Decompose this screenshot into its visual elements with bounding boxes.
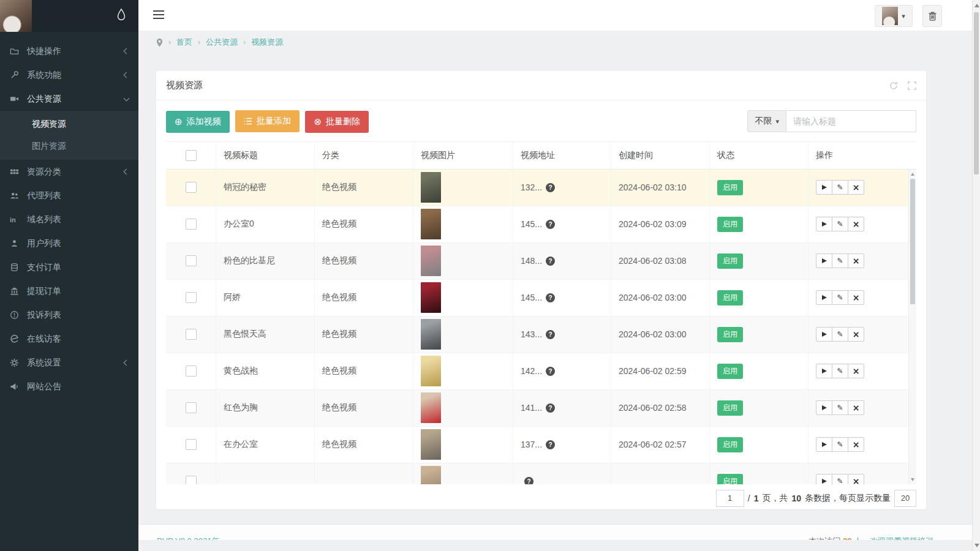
edit-button[interactable]: ✎ [832, 217, 848, 231]
delete-button[interactable]: × [848, 364, 864, 378]
sidebar-item-quick-actions[interactable]: 快捷操作 [0, 39, 138, 63]
breadcrumb-public-resources[interactable]: 公共资源 [206, 37, 238, 48]
edit-button[interactable]: ✎ [832, 253, 848, 268]
breadcrumb-video-resources[interactable]: 视频资源 [251, 37, 283, 48]
question-circle-icon[interactable]: ? [546, 220, 555, 229]
play-button[interactable] [816, 253, 832, 268]
scroll-down-arrow-icon[interactable] [974, 544, 979, 547]
play-button[interactable] [816, 290, 832, 305]
delete-button[interactable]: × [848, 437, 864, 452]
scroll-down-arrow-icon[interactable] [911, 478, 914, 481]
sidebar-item-payment-orders[interactable]: 支付订单 [0, 255, 138, 279]
delete-button[interactable]: × [848, 253, 864, 268]
sidebar-item-public-resources[interactable]: 公共资源 [0, 87, 138, 111]
question-circle-icon[interactable]: ? [546, 403, 555, 413]
play-icon [822, 332, 827, 337]
question-circle-icon[interactable]: ? [546, 440, 555, 449]
row-checkbox[interactable] [186, 476, 197, 484]
question-circle-icon[interactable]: ? [524, 477, 533, 484]
breadcrumb-home[interactable]: 首页 [176, 37, 192, 48]
question-circle-icon[interactable]: ? [546, 257, 555, 266]
video-thumbnail[interactable] [421, 429, 441, 460]
question-circle-icon[interactable]: ? [546, 367, 555, 376]
add-video-button[interactable]: ⊕ 添加视频 [166, 111, 230, 133]
delete-button[interactable]: × [848, 474, 864, 484]
refresh-icon[interactable] [889, 81, 898, 90]
column-header-image: 视频图片 [413, 142, 513, 169]
play-button[interactable] [816, 217, 832, 231]
row-checkbox[interactable] [186, 329, 197, 340]
question-circle-icon[interactable]: ? [546, 330, 555, 339]
edit-button[interactable]: ✎ [832, 437, 848, 452]
expand-icon[interactable] [908, 81, 916, 90]
edit-button[interactable]: ✎ [832, 180, 848, 195]
sidebar-item-online-visitors[interactable]: 在线访客 [0, 327, 138, 351]
caret-down-icon: ▾ [902, 12, 905, 20]
trash-button[interactable] [922, 5, 942, 27]
delete-button[interactable]: × [848, 180, 864, 195]
select-all-checkbox[interactable] [186, 150, 197, 161]
video-thumbnail[interactable] [421, 392, 441, 423]
row-checkbox[interactable] [186, 402, 197, 413]
batch-add-label: 批量添加 [257, 116, 291, 127]
batch-add-button[interactable]: 批量添加 [235, 110, 300, 132]
question-circle-icon[interactable]: ? [546, 293, 555, 302]
video-thumbnail[interactable] [421, 172, 441, 203]
sidebar-item-system-settings[interactable]: 系统设置 [0, 351, 138, 375]
video-thumbnail[interactable] [421, 246, 441, 276]
video-thumbnail[interactable] [421, 466, 441, 484]
sidebar-item-system-functions[interactable]: 系统功能 [0, 63, 138, 87]
sidebar-item-complaint-list[interactable]: 投诉列表 [0, 303, 138, 327]
play-button[interactable] [816, 180, 832, 195]
sidebar-item-image-resources[interactable]: 图片资源 [0, 135, 138, 157]
edit-button[interactable]: ✎ [832, 474, 848, 484]
sidebar-item-site-announcements[interactable]: 网站公告 [0, 375, 138, 399]
play-button[interactable] [816, 327, 832, 342]
scroll-up-arrow-icon[interactable] [974, 4, 979, 7]
play-button[interactable] [816, 400, 832, 415]
sidebar-item-video-resources[interactable]: 视频资源 [0, 113, 138, 135]
table-row: 阿娇 绝色视频 145... ? 2024-06-02 03:00 启用 [166, 280, 916, 317]
video-thumbnail[interactable] [421, 282, 441, 313]
batch-delete-button[interactable]: ⊗ 批量删除 [305, 111, 369, 133]
video-thumbnail[interactable] [421, 319, 441, 350]
row-checkbox[interactable] [186, 292, 197, 303]
video-thumbnail[interactable] [421, 356, 441, 386]
row-checkbox[interactable] [186, 182, 197, 193]
sidebar-item-agent-list[interactable]: 代理列表 [0, 184, 138, 208]
per-page-input[interactable] [894, 490, 916, 507]
delete-button[interactable]: × [848, 290, 864, 305]
row-checkbox[interactable] [186, 439, 197, 450]
table-scrollbar[interactable] [908, 170, 916, 484]
scroll-up-arrow-icon[interactable] [911, 173, 914, 176]
row-checkbox[interactable] [186, 219, 197, 230]
video-thumbnail[interactable] [421, 209, 441, 239]
sidebar-item-user-list[interactable]: 用户列表 [0, 231, 138, 255]
page-scrollbar-thumb[interactable] [974, 12, 979, 174]
table-scrollbar-thumb[interactable] [910, 179, 915, 304]
sidebar-item-resource-categories[interactable]: 资源分类 [0, 160, 138, 184]
play-button[interactable] [816, 437, 832, 452]
title-search-input[interactable] [786, 110, 916, 132]
page-input[interactable] [716, 490, 744, 507]
delete-button[interactable]: × [848, 400, 864, 415]
row-checkbox[interactable] [186, 365, 197, 377]
edit-button[interactable]: ✎ [832, 290, 848, 305]
sidebar-item-domain-list[interactable]: in 域名列表 [0, 208, 138, 231]
chevron-left-icon [124, 48, 130, 54]
location-pin-icon [156, 38, 163, 47]
sidebar-item-withdrawal-orders[interactable]: 提现订单 [0, 279, 138, 303]
hamburger-menu-icon[interactable] [153, 10, 164, 21]
user-menu-button[interactable]: ▾ [875, 5, 913, 27]
question-circle-icon[interactable]: ? [546, 183, 555, 192]
category-filter-dropdown[interactable]: 不限 ▾ [747, 110, 786, 132]
page-scrollbar[interactable] [972, 0, 980, 551]
play-button[interactable] [816, 364, 832, 378]
edit-button[interactable]: ✎ [832, 400, 848, 415]
delete-button[interactable]: × [848, 217, 864, 231]
play-button[interactable] [816, 474, 832, 484]
delete-button[interactable]: × [848, 327, 864, 342]
edit-button[interactable]: ✎ [832, 364, 848, 378]
row-checkbox[interactable] [186, 255, 197, 266]
edit-button[interactable]: ✎ [832, 327, 848, 342]
